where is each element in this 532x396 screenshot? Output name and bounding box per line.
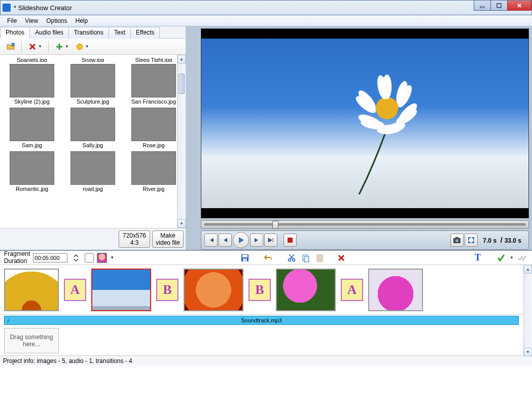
scroll-down-icon[interactable]: ▼ xyxy=(178,219,186,228)
maximize-button[interactable] xyxy=(490,1,508,11)
drop-zone[interactable]: Drag something here... xyxy=(4,328,59,353)
thumbnail-item[interactable]: San Francisco.jpg xyxy=(126,64,182,105)
timeline-clip[interactable] xyxy=(276,269,336,311)
paste-button[interactable] xyxy=(314,252,326,263)
menu-view[interactable]: View xyxy=(21,16,42,25)
thumbnail-image xyxy=(10,64,54,97)
resolution-line1: 720x576 xyxy=(123,232,146,239)
chevron-down-icon[interactable]: ▼ xyxy=(510,255,514,260)
thumbnail-item[interactable]: road.jpg xyxy=(65,151,121,192)
tab-effects[interactable]: Effects xyxy=(130,27,160,39)
assets-scrollbar[interactable]: ▲ ▼ xyxy=(177,55,186,228)
go-start-button[interactable] xyxy=(204,234,218,247)
thumbnail-item[interactable]: Romantic.jpg xyxy=(4,151,60,192)
thumb-label: Spaniels.jpg xyxy=(4,57,60,62)
delete-clip-button[interactable] xyxy=(336,252,347,263)
thumbnail-item[interactable]: Sally.jpg xyxy=(65,108,121,148)
tab-transitions[interactable]: Transitions xyxy=(68,27,109,39)
fragment-duration-input[interactable] xyxy=(33,253,67,262)
timeline-clip[interactable] xyxy=(368,269,423,311)
resolution-button[interactable]: 720x576 4:3 xyxy=(119,230,150,248)
thumbnail-image xyxy=(10,151,54,185)
next-button[interactable] xyxy=(250,234,263,247)
thumbnail-item[interactable]: Sam.jpg xyxy=(4,108,60,148)
app-icon xyxy=(3,4,11,12)
add-text-button[interactable]: T xyxy=(472,252,483,263)
thumbnail-item[interactable]: Sculpture.jpg xyxy=(65,64,121,105)
scroll-thumb[interactable] xyxy=(179,74,185,94)
thumbnail-item[interactable]: Skyline (2).jpg xyxy=(4,64,60,105)
transition-item[interactable]: B xyxy=(156,279,179,301)
time-display: 7.0 s / 33.0 s xyxy=(479,236,525,244)
minimize-button[interactable] xyxy=(474,1,491,11)
scroll-down-icon[interactable]: ▼ xyxy=(524,348,532,356)
add-button[interactable]: ▼ xyxy=(53,41,71,52)
music-note-icon: ♪ xyxy=(7,317,10,324)
duration-spinner[interactable] xyxy=(70,252,82,263)
transition-label: A xyxy=(70,282,80,298)
timeline-toolbar: FragmentDuration ▼ T ▼ xyxy=(0,251,532,265)
face-crop-button[interactable] xyxy=(97,253,107,263)
menu-options[interactable]: Options xyxy=(42,16,71,25)
transition-label: A xyxy=(347,282,357,298)
apply-all-button[interactable] xyxy=(517,252,528,263)
thumbnail-item[interactable]: Rose.jpg xyxy=(126,108,182,148)
menu-file[interactable]: File xyxy=(3,16,21,25)
preview-viewport[interactable] xyxy=(201,28,529,218)
close-button[interactable] xyxy=(507,1,531,11)
prev-button[interactable] xyxy=(219,234,232,247)
preview-scrubber[interactable] xyxy=(201,220,529,228)
make-line2: video file xyxy=(156,239,180,246)
menu-help[interactable]: Help xyxy=(72,16,92,25)
tab-photos[interactable]: Photos xyxy=(0,27,30,39)
fragment-duration-label: FragmentDuration xyxy=(4,251,30,264)
cut-button[interactable] xyxy=(286,252,297,263)
transition-item[interactable]: A xyxy=(341,279,363,301)
timeline-clip[interactable] xyxy=(4,269,59,311)
copy-button[interactable] xyxy=(300,252,311,263)
open-folder-button[interactable] xyxy=(4,41,17,52)
scroll-up-icon[interactable]: ▲ xyxy=(524,265,532,274)
undo-button[interactable] xyxy=(263,252,274,263)
transition-item[interactable]: A xyxy=(64,279,86,301)
time-total: 33.0 s xyxy=(505,237,521,244)
timeline-clip[interactable] xyxy=(91,269,151,311)
tab-text[interactable]: Text xyxy=(109,27,131,39)
go-end-button[interactable] xyxy=(264,234,277,247)
timeline-scrollbar[interactable]: ▲ ▼ xyxy=(523,265,532,356)
snapshot-button[interactable] xyxy=(450,234,464,247)
stop-button[interactable] xyxy=(283,234,297,247)
svg-rect-0 xyxy=(480,7,484,8)
color-picker-button[interactable] xyxy=(85,253,94,262)
drop-track[interactable]: Drag something here... xyxy=(0,326,532,355)
svg-rect-19 xyxy=(455,237,458,239)
preview-controls: 7.0 s / 33.0 s xyxy=(201,230,529,250)
svg-rect-21 xyxy=(242,255,247,257)
fullscreen-button[interactable] xyxy=(465,234,478,247)
thumbnail-image xyxy=(70,151,115,185)
scroll-up-icon[interactable]: ▲ xyxy=(178,55,186,63)
time-current: 7.0 s xyxy=(483,237,496,244)
audio-track[interactable]: ♪ Soundtrack.mp3 xyxy=(4,316,519,325)
delete-button[interactable]: ▼ xyxy=(26,41,44,52)
transition-item[interactable]: B xyxy=(249,279,271,301)
video-track[interactable]: ABBA xyxy=(0,265,532,315)
save-button[interactable] xyxy=(239,252,251,263)
thumbnail-item[interactable]: River.jpg xyxy=(126,151,182,192)
thumbnail-grid[interactable]: Spaniels.jpg Snow.jpg Sleep Tight.jpg Sk… xyxy=(0,55,186,228)
thumbnail-label: River.jpg xyxy=(143,186,165,192)
window-title: * Slideshow Creator xyxy=(14,4,72,12)
make-video-button[interactable]: Make video file xyxy=(152,230,184,248)
svg-rect-28 xyxy=(318,254,321,256)
timeline-clip[interactable] xyxy=(184,269,243,311)
scrubber-handle[interactable] xyxy=(272,221,278,229)
effect-button[interactable]: ▼ xyxy=(73,41,91,52)
svg-rect-26 xyxy=(304,256,309,262)
thumb-label: Sleep Tight.jpg xyxy=(126,57,182,62)
chevron-down-icon[interactable]: ▼ xyxy=(110,255,114,260)
tab-audio-files[interactable]: Audio files xyxy=(29,27,68,39)
title-bar: * Slideshow Creator xyxy=(0,0,532,15)
apply-button[interactable] xyxy=(495,252,507,263)
thumbnail-image xyxy=(131,108,176,141)
play-button[interactable] xyxy=(233,232,249,248)
